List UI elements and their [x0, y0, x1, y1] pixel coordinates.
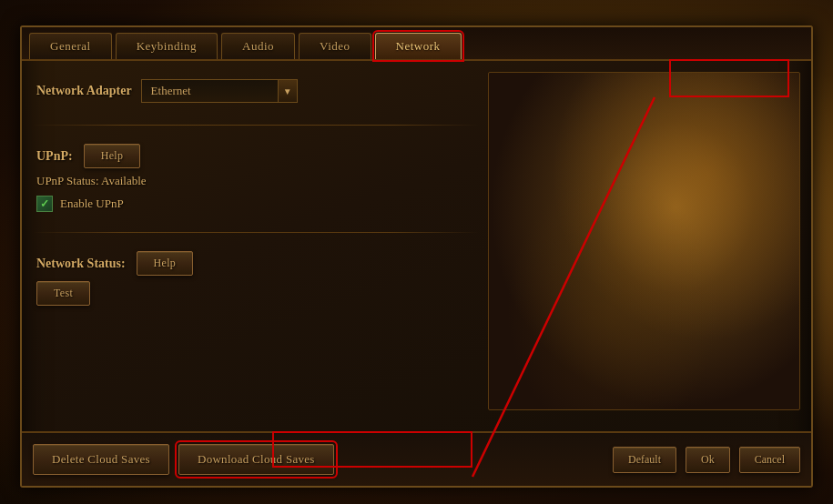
adapter-dropdown-wrapper: Ethernet ▼ — [141, 79, 298, 103]
enable-upnp-row: Enable UPnP — [36, 194, 475, 214]
divider-2 — [33, 232, 479, 233]
upnp-status-text: UPnP Status: Available — [36, 174, 147, 188]
enable-upnp-label: Enable UPnP — [60, 197, 124, 211]
tab-general[interactable]: General — [29, 33, 112, 59]
download-cloud-saves-button[interactable]: Download Cloud Saves — [178, 444, 334, 475]
tab-keybinding[interactable]: Keybinding — [116, 33, 218, 59]
tab-audio[interactable]: Audio — [221, 33, 295, 59]
network-status-row: Network Status: Help — [36, 251, 475, 276]
ok-button[interactable]: Ok — [686, 447, 730, 473]
divider-1 — [33, 125, 479, 126]
test-row: Test — [36, 281, 475, 306]
left-panel: Network Adapter Ethernet ▼ UPnP: Help UP… — [33, 72, 479, 410]
network-status-section: Network Status: Help Test — [33, 247, 479, 309]
adapter-label: Network Adapter — [36, 84, 132, 98]
adapter-row: Network Adapter Ethernet ▼ — [33, 72, 479, 110]
adapter-select[interactable]: Ethernet — [141, 79, 278, 103]
adapter-dropdown-arrow[interactable]: ▼ — [278, 79, 298, 103]
test-button[interactable]: Test — [36, 281, 90, 306]
bottom-bar: Delete Cloud Saves Download Cloud Saves … — [22, 431, 811, 486]
dialog-window: General Keybinding Audio Video Network N… — [20, 25, 813, 488]
content-area: Network Adapter Ethernet ▼ UPnP: Help UP… — [22, 61, 811, 421]
default-button[interactable]: Default — [613, 447, 676, 473]
upnp-section: UPnP: Help UPnP Status: Available Enable… — [33, 140, 479, 217]
upnp-help-button[interactable]: Help — [84, 144, 141, 168]
tab-network[interactable]: Network — [375, 33, 462, 59]
network-status-label: Network Status: — [36, 257, 126, 271]
upnp-label: UPnP: — [36, 149, 73, 164]
cancel-button[interactable]: Cancel — [739, 447, 800, 473]
tab-bar: General Keybinding Audio Video Network — [22, 27, 811, 61]
delete-cloud-saves-button[interactable]: Delete Cloud Saves — [33, 444, 169, 475]
upnp-status-row: UPnP Status: Available — [36, 174, 475, 188]
tab-video[interactable]: Video — [299, 33, 371, 59]
right-panel-scene — [488, 72, 800, 410]
enable-upnp-checkbox[interactable] — [36, 196, 53, 212]
network-status-help-button[interactable]: Help — [137, 251, 194, 276]
upnp-row: UPnP: Help — [36, 144, 475, 168]
